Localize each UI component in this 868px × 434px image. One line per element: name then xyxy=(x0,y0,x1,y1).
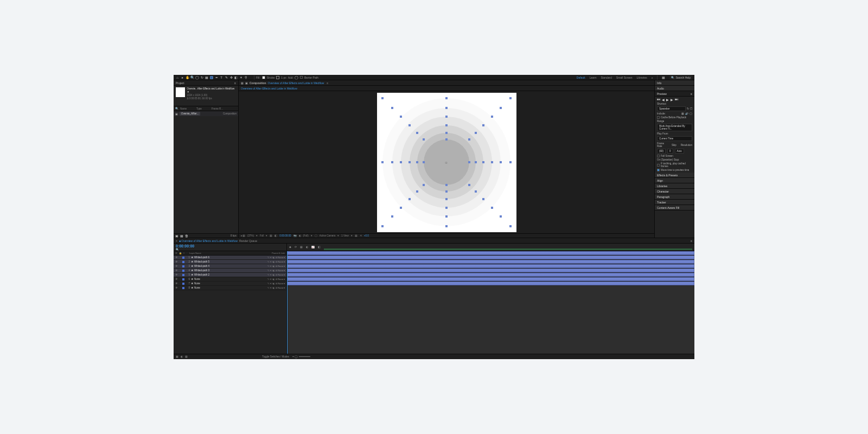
res-dropdown[interactable]: Full xyxy=(260,234,264,237)
new-comp-icon[interactable]: ▦ xyxy=(180,234,183,238)
viewer-full[interactable]: (Full) xyxy=(303,234,309,237)
play-icon[interactable]: ▶ xyxy=(666,98,669,101)
effects-panel-header[interactable]: Effects & Presets xyxy=(655,173,694,178)
eye-header-icon[interactable]: 👁 xyxy=(175,252,177,254)
character-panel-header[interactable]: Character xyxy=(655,189,694,194)
roto-tool-icon[interactable]: ✴ xyxy=(239,76,242,79)
stroke-width[interactable]: 1 px xyxy=(281,76,286,79)
workspace-small[interactable]: Small Screen xyxy=(616,76,633,79)
clone-tool-icon[interactable]: ✥ xyxy=(229,76,233,79)
track-area[interactable] xyxy=(287,251,694,354)
comp-tab-name[interactable]: Overview of After Effects and Lottie in … xyxy=(268,81,324,85)
render-queue-tab[interactable]: Render Queue xyxy=(239,239,257,242)
layer-row[interactable]: 👁2★Whited-path 5✎ ✴ / ◐⊘ None ▾ xyxy=(174,260,286,264)
timeline-menu-icon[interactable]: ≡ xyxy=(691,239,692,242)
align-panel-header[interactable]: Align xyxy=(655,178,694,183)
home-icon[interactable]: ⌂ xyxy=(176,76,179,79)
layer-row[interactable]: 👁3★Whited-path 4✎ ✴ / ◐⊘ None ▾ xyxy=(174,264,286,269)
libraries-panel-header[interactable]: Libraries xyxy=(655,183,694,189)
layer-panel-icon[interactable]: ▦ xyxy=(241,81,244,85)
cached-checkbox[interactable] xyxy=(657,164,660,167)
eraser-tool-icon[interactable]: ◧ xyxy=(234,76,238,79)
workspace-default[interactable]: Default xyxy=(577,76,585,79)
cache-checkbox[interactable] xyxy=(657,116,660,119)
motion-blur-icon[interactable]: ◐ xyxy=(306,246,308,248)
bit-depth[interactable]: 8 bpc xyxy=(231,234,237,237)
col-name[interactable]: Name xyxy=(180,107,187,110)
layer-row[interactable]: 👁8★None✎ ✴ / ◐⊘ None ▾ xyxy=(174,286,286,290)
trash-icon[interactable]: 🗑 xyxy=(185,234,188,238)
rotate-tool-icon[interactable]: ↻ xyxy=(200,76,203,79)
comp-thumbnail[interactable] xyxy=(176,87,185,97)
camera-dropdown[interactable]: Active Camera xyxy=(320,234,336,237)
playfrom-dropdown[interactable]: Current Time xyxy=(657,136,692,141)
view-dropdown[interactable]: 1 View xyxy=(341,234,348,237)
prev-frame-icon[interactable]: ◀ xyxy=(662,98,665,101)
graph-icon[interactable]: 📈 xyxy=(311,246,315,248)
col-fr[interactable]: Frame R... xyxy=(212,107,223,110)
comp-marker-icon[interactable]: ◆ xyxy=(289,246,291,248)
layer-track[interactable] xyxy=(287,277,694,282)
mute-icon[interactable]: ☐ xyxy=(690,107,692,110)
canvas[interactable]: ⊕ xyxy=(377,93,516,232)
layer-track[interactable] xyxy=(287,269,694,273)
layer-row[interactable]: 👁5★Whited-path 2✎ ✴ / ◐⊘ None ▾ xyxy=(174,273,286,277)
type-tool-icon[interactable]: T xyxy=(220,76,223,79)
stroke-swatch[interactable] xyxy=(276,76,279,79)
fill-swatch[interactable] xyxy=(262,76,265,79)
brush-tool-icon[interactable]: ✎ xyxy=(225,76,228,79)
exposure-icon[interactable]: ☀ xyxy=(360,234,362,237)
shortcut-dropdown[interactable]: Spacebar xyxy=(657,106,686,111)
first-frame-icon[interactable]: ⏮ xyxy=(657,98,660,101)
layer-row[interactable]: 👁4★Whited-path 3✎ ✴ / ◐⊘ None ▾ xyxy=(174,269,286,273)
info-panel-header[interactable]: Info xyxy=(655,80,694,86)
zoom-tool-icon[interactable]: 🔍 xyxy=(190,76,194,79)
view-preset-icon[interactable]: ▦ xyxy=(355,234,358,237)
workspace-standard[interactable]: Standard xyxy=(601,76,611,79)
audio-panel-header[interactable]: Audio xyxy=(655,86,694,91)
bezier-checkbox[interactable] xyxy=(300,76,303,79)
include-video-icon[interactable]: ▦ xyxy=(681,112,684,115)
mask-icon[interactable]: ◧ xyxy=(275,234,277,237)
magnify-icon[interactable]: ▸▦ xyxy=(241,234,245,237)
panel-menu-icon[interactable]: ≡ xyxy=(234,81,236,85)
tl-footer-icon2[interactable]: ◐ xyxy=(181,355,183,358)
preview-menu-icon[interactable]: ≡ xyxy=(691,92,692,95)
layer-track[interactable] xyxy=(287,273,694,277)
breadcrumb[interactable]: Overview of After Effects and Lottie in … xyxy=(241,87,297,90)
frame-blend-icon[interactable]: ▦ xyxy=(300,246,303,248)
playhead[interactable] xyxy=(287,251,288,354)
layer-track[interactable] xyxy=(287,256,694,260)
orbit-tool-icon[interactable]: ◯ xyxy=(195,76,199,79)
include-overlay-icon[interactable]: ▢ xyxy=(690,112,692,115)
next-frame-icon[interactable]: ▶ xyxy=(671,98,673,101)
add-dropdown-icon[interactable]: ◯ xyxy=(295,76,298,79)
shy-icon[interactable]: ⟳ xyxy=(295,246,297,248)
layer-track[interactable] xyxy=(287,282,694,286)
col-type[interactable]: Type xyxy=(196,107,202,110)
pen-tool-icon[interactable]: ✒ xyxy=(215,76,218,79)
preview-panel-header[interactable]: Preview xyxy=(657,92,667,95)
snapshot-icon[interactable]: 📷 xyxy=(293,234,297,237)
zoom-level[interactable]: (37%) xyxy=(247,234,254,237)
paragraph-panel-header[interactable]: Paragraph xyxy=(655,194,694,200)
region-icon[interactable]: ▢ xyxy=(315,234,317,237)
composition-viewer[interactable]: ⊕ xyxy=(239,91,654,233)
layer-track[interactable] xyxy=(287,251,694,256)
last-frame-icon[interactable]: ⏭ xyxy=(675,98,678,101)
workspace-libraries[interactable]: Libraries xyxy=(637,76,647,79)
skip-dropdown[interactable]: 0 xyxy=(667,149,673,154)
tl-footer-icon1[interactable]: ▣ xyxy=(176,355,178,358)
draft3d-icon[interactable]: ◧ xyxy=(318,246,321,248)
layer-track[interactable] xyxy=(287,260,694,264)
layer-row[interactable]: 👁1★Whited-path 6✎ ✴ / ◐⊘ None ▾ xyxy=(174,256,286,260)
layer-track[interactable] xyxy=(287,264,694,269)
new-folder-icon[interactable]: ▣ xyxy=(175,234,178,238)
camera-tool-icon[interactable]: ▦ xyxy=(205,76,208,79)
timeline-lock-icon[interactable]: × xyxy=(176,239,177,242)
include-audio-icon[interactable]: 🔊 xyxy=(685,112,688,115)
exposure-value[interactable]: +0.0 xyxy=(364,234,369,237)
project-row[interactable]: ▣ Overvie_Affter... Composition xyxy=(174,111,238,116)
tracker-panel-header[interactable]: Tracker xyxy=(655,200,694,205)
project-tab[interactable]: Project xyxy=(176,81,184,85)
